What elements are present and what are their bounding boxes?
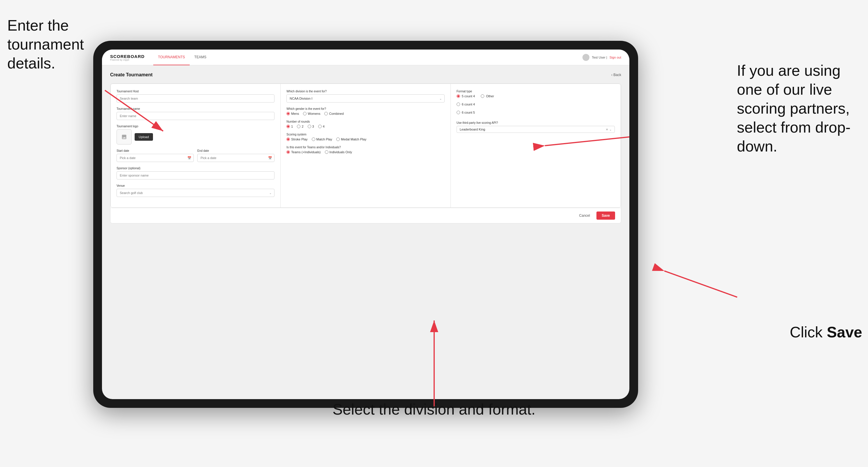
app-container: SCOREBOARD Powered by clippit TOURNAMENT… <box>102 50 629 399</box>
rounds-3-radio[interactable] <box>308 125 311 128</box>
format-other[interactable]: Other <box>481 94 494 98</box>
gender-womens[interactable]: Womens <box>303 112 320 115</box>
event-type-individuals[interactable]: Individuals Only <box>325 150 352 154</box>
tournament-logo-label: Tournament logo <box>117 125 275 128</box>
live-scoring-tag: Leaderboard King ✕ ⌄ <box>457 126 615 133</box>
sponsor-label: Sponsor (optional) <box>117 167 275 170</box>
form-footer: Cancel Save <box>111 208 621 223</box>
logo-area: SCOREBOARD Powered by clippit <box>110 54 145 61</box>
scoring-stroke-radio[interactable] <box>286 137 290 141</box>
cancel-button[interactable]: Cancel <box>576 212 593 220</box>
form-col-2: Which division is the event for? NCAA Di… <box>281 84 451 208</box>
date-row: Start date 📅 End date <box>117 149 275 162</box>
division-label: Which division is the event for? <box>286 90 444 93</box>
gender-womens-radio[interactable] <box>303 112 307 115</box>
rounds-1[interactable]: 1 <box>286 125 293 128</box>
form-grid: Tournament Host Tournament name Tourname… <box>111 84 621 208</box>
live-scoring-value: Leaderboard King <box>460 128 603 131</box>
gender-mens[interactable]: Mens <box>286 112 299 115</box>
rounds-2-radio[interactable] <box>297 125 301 128</box>
format-type-label: Format type <box>457 90 615 93</box>
rounds-2[interactable]: 2 <box>297 125 303 128</box>
scoring-match-label: Match Play <box>316 137 332 141</box>
start-date-group: Start date 📅 <box>117 149 194 162</box>
tag-dropdown-icon[interactable]: ⌄ <box>609 128 612 131</box>
rounds-4-radio[interactable] <box>318 125 322 128</box>
logo-text: SCOREBOARD <box>110 54 145 59</box>
gender-combined[interactable]: Combined <box>324 112 344 115</box>
format-type-group: Format type 5 count 4 <box>457 90 615 117</box>
live-scoring-group: Use third-party live scoring API? Leader… <box>457 121 615 133</box>
sponsor-input[interactable] <box>117 171 275 180</box>
tab-tournaments[interactable]: TOURNAMENTS <box>153 50 189 65</box>
format-options-right: Other <box>481 94 494 117</box>
format-5count4[interactable]: 5 count 4 <box>457 94 475 98</box>
calendar-icon-2: 📅 <box>268 156 272 160</box>
gender-womens-label: Womens <box>308 112 320 115</box>
venue-input[interactable] <box>117 189 275 197</box>
rounds-3[interactable]: 3 <box>308 125 314 128</box>
start-date-wrapper: 📅 <box>117 154 194 162</box>
tournament-host-input[interactable] <box>117 94 275 102</box>
format-6count5-radio[interactable] <box>457 111 460 114</box>
tablet-screen: SCOREBOARD Powered by clippit TOURNAMENT… <box>102 50 629 399</box>
format-5count4-radio[interactable] <box>457 94 460 98</box>
format-6count5[interactable]: 6 count 5 <box>457 111 475 114</box>
calendar-icon: 📅 <box>187 156 191 160</box>
end-date-group: End date 📅 <box>197 149 275 162</box>
nav-tabs: TOURNAMENTS TEAMS <box>153 50 211 65</box>
sponsor-group: Sponsor (optional) <box>117 167 275 180</box>
division-select[interactable]: NCAA Division I <box>286 94 444 102</box>
gender-mens-radio[interactable] <box>286 112 290 115</box>
end-date-label: End date <box>197 149 275 152</box>
signout-link[interactable]: Sign out <box>610 56 621 59</box>
nav-user: Test User | <box>592 56 607 59</box>
upload-button[interactable]: Upload <box>135 133 153 141</box>
end-date-input[interactable] <box>197 154 275 162</box>
rounds-label: Number of rounds <box>286 120 444 123</box>
event-type-teams-radio[interactable] <box>286 150 290 154</box>
scoring-match[interactable]: Match Play <box>312 137 332 141</box>
end-date-wrapper: 📅 <box>197 154 275 162</box>
format-other-label: Other <box>486 94 494 98</box>
scoring-match-radio[interactable] <box>312 137 315 141</box>
gender-label: Which gender is the event for? <box>286 107 444 111</box>
event-type-individuals-radio[interactable] <box>325 150 329 154</box>
scoring-medal[interactable]: Medal Match Play <box>336 137 366 141</box>
dates-group: Start date 📅 End date <box>117 149 275 162</box>
page-title: Create Tournament <box>110 72 153 77</box>
scoring-label: Scoring system <box>286 133 444 136</box>
format-6count4[interactable]: 6 count 4 <box>457 102 475 106</box>
event-type-group: Is this event for Teams and/or Individua… <box>286 146 444 154</box>
tab-teams[interactable]: TEAMS <box>190 50 211 65</box>
back-link[interactable]: Back <box>611 73 621 77</box>
gender-combined-radio[interactable] <box>324 112 328 115</box>
logo-upload-area: Upload <box>117 129 275 145</box>
event-type-teams-label: Teams (+Individuals) <box>291 150 320 154</box>
format-6count4-radio[interactable] <box>457 102 460 106</box>
event-type-radio-group: Teams (+Individuals) Individuals Only <box>286 150 444 154</box>
event-type-individuals-label: Individuals Only <box>330 150 352 154</box>
start-date-input[interactable] <box>117 154 194 162</box>
event-type-teams[interactable]: Teams (+Individuals) <box>286 150 320 154</box>
rounds-3-label: 3 <box>312 125 314 128</box>
scoring-stroke[interactable]: Stroke Play <box>286 137 307 141</box>
gender-mens-label: Mens <box>291 112 299 115</box>
scoring-group: Scoring system Stroke Play Match Play <box>286 133 444 141</box>
division-select-wrapper: NCAA Division I <box>286 94 444 102</box>
scoring-stroke-label: Stroke Play <box>291 137 307 141</box>
format-5count4-label: 5 count 4 <box>462 94 475 98</box>
avatar <box>583 54 589 61</box>
format-other-radio[interactable] <box>481 94 484 98</box>
gender-combined-label: Combined <box>329 112 344 115</box>
scoring-medal-radio[interactable] <box>336 137 340 141</box>
rounds-4[interactable]: 4 <box>318 125 324 128</box>
tag-remove-icon[interactable]: ✕ <box>606 128 608 131</box>
scoring-medal-label: Medal Match Play <box>341 137 366 141</box>
tournament-name-label: Tournament name <box>117 107 275 111</box>
annotation-click: Click Save <box>789 323 862 342</box>
tournament-name-input[interactable] <box>117 112 275 120</box>
rounds-1-radio[interactable] <box>286 125 290 128</box>
save-button[interactable]: Save <box>596 212 615 220</box>
form-card: Tournament Host Tournament name Tourname… <box>110 83 621 223</box>
